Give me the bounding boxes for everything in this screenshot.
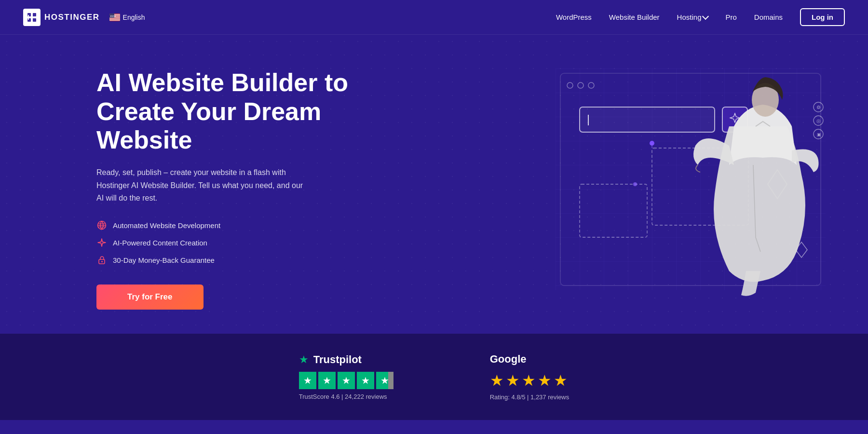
google-star-2: ★: [506, 371, 520, 390]
hero-content: AI Website Builder to Create Your Dream …: [96, 68, 366, 310]
language-selector[interactable]: ★★★ English: [109, 14, 145, 21]
nav-website-builder[interactable]: Website Builder: [609, 13, 660, 21]
trustpilot-star-icon: ★: [299, 353, 309, 366]
illustration-svg: ⚙ ◎ ▣: [556, 68, 845, 310]
globe-icon: [96, 220, 107, 231]
trustpilot-block: ★ Trustpilot ★ ★ ★ ★ ★ TrustScore 4.6 | …: [299, 353, 393, 400]
feature-ai-content: AI-Powered Content Creation: [96, 237, 366, 248]
google-provider: Google: [490, 353, 527, 366]
navbar-left: H HOSTINGER ★★★ English: [23, 9, 145, 26]
nav-hosting[interactable]: Hosting: [677, 13, 708, 21]
feature-guarantee-text: 30-Day Money-Back Guarantee: [113, 256, 215, 264]
nav-wordpress[interactable]: WordPress: [556, 13, 592, 21]
svg-rect-22: [580, 107, 715, 132]
trustpilot-name: Trustpilot: [313, 353, 362, 366]
trustpilot-stars: ★ ★ ★ ★ ★: [299, 372, 393, 389]
svg-point-28: [633, 182, 637, 186]
nav-domains[interactable]: Domains: [754, 13, 783, 21]
lang-label: English: [123, 14, 145, 21]
ratings-section: ★ Trustpilot ★ ★ ★ ★ ★ TrustScore 4.6 | …: [0, 334, 868, 420]
hero-subtitle: Ready, set, publish – create your websit…: [96, 166, 309, 204]
feature-ai-text: AI-Powered Content Creation: [113, 239, 207, 247]
nav-pro[interactable]: Pro: [725, 13, 736, 21]
google-stars: ★ ★ ★ ★ ★: [490, 371, 568, 390]
svg-text:◎: ◎: [816, 118, 821, 123]
svg-text:⚙: ⚙: [816, 105, 821, 110]
hero-section: AI Website Builder to Create Your Dream …: [0, 35, 868, 334]
feature-money-back: 30-Day Money-Back Guarantee: [96, 255, 366, 265]
login-button[interactable]: Log in: [800, 8, 845, 26]
svg-rect-3: [33, 18, 36, 22]
hero-title: AI Website Builder to Create Your Dream …: [96, 68, 366, 155]
trustpilot-star-3: ★: [338, 372, 355, 389]
lock-icon: [96, 255, 107, 265]
google-rating-text: Rating: 4.8/5 | 1,237 reviews: [490, 393, 570, 401]
svg-rect-9: [109, 17, 120, 18]
logo[interactable]: H HOSTINGER: [23, 9, 100, 26]
logo-icon: H: [23, 9, 41, 26]
features-list: Automated Website Development AI-Powered…: [96, 220, 366, 265]
google-name: Google: [490, 353, 527, 366]
svg-rect-1: [33, 13, 36, 16]
trustpilot-star-5: ★: [376, 372, 393, 389]
trustpilot-provider: ★ Trustpilot: [299, 353, 362, 366]
google-star-5: ★: [554, 371, 568, 390]
try-for-free-button[interactable]: Try for Free: [96, 285, 203, 310]
google-star-3: ★: [522, 371, 536, 390]
svg-rect-10: [109, 19, 120, 19]
svg-text:★★★: ★★★: [110, 14, 116, 17]
trustpilot-rating-text: TrustScore 4.6 | 24,222 reviews: [299, 393, 387, 400]
google-block: Google ★ ★ ★ ★ ★ Rating: 4.8/5 | 1,237 r…: [490, 353, 570, 401]
trustpilot-star-2: ★: [318, 372, 336, 389]
svg-text:H: H: [27, 14, 32, 21]
google-star-1: ★: [490, 371, 504, 390]
feature-automated: Automated Website Development: [96, 220, 366, 231]
navbar: H HOSTINGER ★★★ English: [0, 0, 868, 35]
trustpilot-star-1: ★: [299, 372, 316, 389]
svg-point-16: [101, 261, 103, 262]
google-star-4: ★: [538, 371, 552, 390]
hosting-chevron-down-icon: [702, 13, 709, 19]
svg-rect-11: [109, 20, 120, 20]
sparkle-icon: [96, 237, 107, 248]
flag-icon: ★★★: [109, 14, 120, 21]
navbar-right: WordPress Website Builder Hosting Pro Do…: [556, 8, 845, 26]
trustpilot-star-4: ★: [357, 372, 374, 389]
svg-text:▣: ▣: [817, 132, 821, 137]
hero-illustration: ⚙ ◎ ▣: [556, 68, 845, 310]
brand-name: HOSTINGER: [44, 13, 100, 22]
feature-automated-text: Automated Website Development: [113, 221, 220, 230]
